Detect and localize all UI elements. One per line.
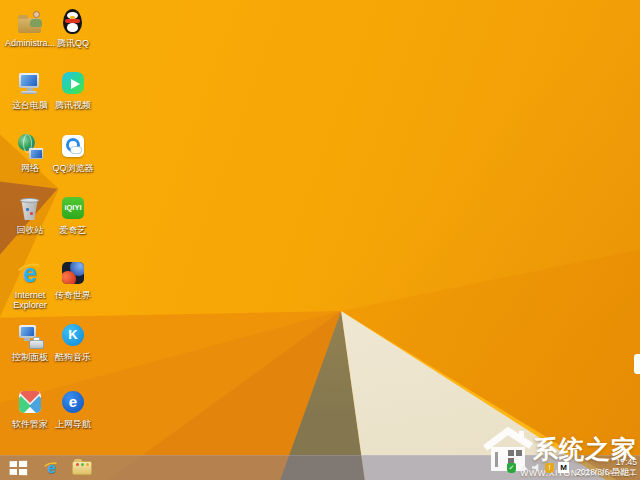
icon-label: 上网导航 — [47, 419, 99, 429]
desktop-icon-legend-world[interactable]: 传奇世界 — [47, 260, 99, 300]
input-method-indicator[interactable]: M — [558, 462, 569, 473]
computer-printer-icon — [16, 322, 44, 350]
desktop-icon-qq-browser[interactable]: QQ浏览器 — [47, 133, 99, 173]
k-circle-icon: K — [59, 322, 87, 350]
icon-label: 腾讯QQ — [47, 38, 99, 48]
iqiyi-logo-icon: iQIYI — [59, 195, 87, 223]
wallpaper-edge-notch — [634, 354, 640, 374]
ie-icon: e — [43, 460, 59, 476]
file-explorer-icon — [72, 461, 92, 475]
icon-label: QQ浏览器 — [47, 163, 99, 173]
ie-icon: e — [16, 260, 44, 288]
qq-penguin-icon — [59, 8, 87, 36]
computer-icon — [16, 70, 44, 98]
trash-can-icon — [16, 195, 44, 223]
e-circle-icon: e — [59, 389, 87, 417]
desktop-icon-web-navigation[interactable]: e 上网导航 — [47, 389, 99, 429]
user-folder-icon — [16, 8, 44, 36]
icon-label: 爱奇艺 — [47, 225, 99, 235]
alert-shield-icon[interactable]: ! — [545, 463, 554, 473]
game-orbs-icon — [59, 260, 87, 288]
taskbar-ie-button[interactable]: e — [36, 456, 66, 480]
desktop-icon-tencent-qq[interactable]: 腾讯QQ — [47, 8, 99, 48]
desktop-icon-kugou-music[interactable]: K 酷狗音乐 — [47, 322, 99, 362]
security-shield-icon[interactable]: ✓ — [507, 463, 516, 473]
icon-label: 传奇世界 — [47, 290, 99, 300]
pinwheel-squares-icon — [16, 389, 44, 417]
show-hidden-icons-button[interactable] — [520, 465, 528, 470]
icon-label: 腾讯视频 — [47, 100, 99, 110]
taskbar-file-explorer-button[interactable] — [66, 456, 98, 480]
desktop-screen: Administra... 这台电脑 网络 回收站 e Internet Exp… — [0, 0, 640, 480]
desktop-icon-tencent-video[interactable]: 腾讯视频 — [47, 70, 99, 110]
clock-date: 2018/3/6 星期二 — [576, 468, 637, 478]
desktop-icon-iqiyi[interactable]: iQIYI 爱奇艺 — [47, 195, 99, 235]
windows-logo-icon — [10, 461, 27, 476]
q-cloud-icon — [59, 133, 87, 161]
network-globe-icon — [16, 133, 44, 161]
start-button[interactable] — [0, 456, 36, 480]
icon-label: 酷狗音乐 — [47, 352, 99, 362]
volume-icon[interactable] — [532, 463, 541, 472]
play-button-icon — [59, 70, 87, 98]
taskbar-clock[interactable]: 17:45 2018/3/6 星期二 — [576, 458, 637, 477]
system-tray: ✓ ! M 17:45 2018/3/6 星期二 — [507, 455, 637, 480]
